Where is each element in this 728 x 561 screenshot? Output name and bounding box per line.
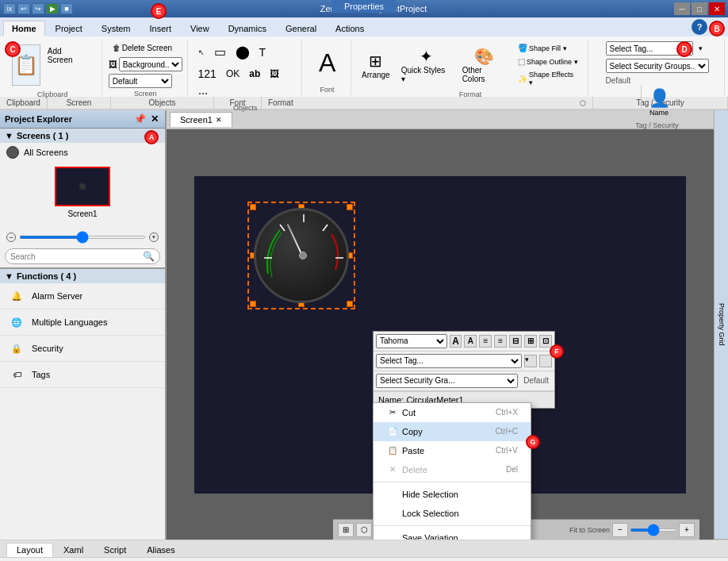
minimize-btn[interactable]: ─ xyxy=(674,2,690,15)
shape-fill-btn[interactable]: 🪣 Shape Fill ▾ xyxy=(514,41,583,55)
delete-screen-btn[interactable]: 🗑 Delete Screen xyxy=(109,41,176,55)
tab-insert[interactable]: Insert xyxy=(141,21,181,37)
quick-styles-btn[interactable]: ✦ Quick Styles ▾ xyxy=(397,44,455,86)
canvas-zoom-slider[interactable] xyxy=(630,528,677,532)
undo-btn[interactable]: ↩ xyxy=(17,3,30,14)
handle-br[interactable] xyxy=(347,301,353,307)
img-icon: 🖼 xyxy=(270,68,279,79)
function-security[interactable]: 🔒 Security xyxy=(0,336,165,362)
tab-home[interactable]: Home xyxy=(3,21,45,37)
font-align-center-btn[interactable]: ≡ xyxy=(494,335,507,348)
zoom-slider[interactable] xyxy=(19,236,146,239)
clipboard-btn[interactable]: 📋 Add Screen xyxy=(8,41,97,89)
zoom-in-icon[interactable]: + xyxy=(149,232,159,242)
run-btn[interactable]: ▶ xyxy=(46,3,59,14)
arrange-btn[interactable]: ⊞ Arrange xyxy=(358,48,394,83)
objects-btn4[interactable]: 121 xyxy=(194,64,220,83)
format-expand-btn[interactable]: ⬡ xyxy=(580,99,586,107)
font-btn[interactable]: A xyxy=(315,45,339,81)
handle-tl[interactable] xyxy=(250,204,256,210)
tab-general[interactable]: General xyxy=(277,21,325,37)
tag-select-btn[interactable]: ▾ xyxy=(695,43,707,54)
name-btn[interactable]: 👤 Name xyxy=(645,85,674,120)
screen1-tab[interactable]: Screen1 ✕ xyxy=(170,112,232,127)
redo-btn[interactable]: ↪ xyxy=(32,3,44,14)
all-screens-item[interactable]: All Screens xyxy=(0,143,165,162)
search-input[interactable] xyxy=(10,252,143,261)
ctx-hide[interactable]: Hide Selection xyxy=(374,485,531,504)
function-multiple-languages[interactable]: 🌐 Multiple Languages xyxy=(0,309,165,336)
gauge-selection-area[interactable] xyxy=(254,208,349,303)
project-explorer: Project Explorer 📌 ✕ ▼ Screens ( 1 ) A A… xyxy=(0,110,167,540)
function-alarm-server[interactable]: 🔔 Alarm Server xyxy=(0,283,165,309)
objects-btn7[interactable]: 🖼 xyxy=(266,65,283,83)
font-name-row: Tahoma A A ≡ ≡ ⊟ ⊞ ⊡ xyxy=(374,332,554,352)
font-security-select[interactable]: Select Security Gra... xyxy=(376,374,518,388)
ctx-save-variation[interactable]: Save Variation xyxy=(374,528,531,540)
font-size-btn[interactable]: A xyxy=(450,335,462,348)
ctx-cut[interactable]: ✂ Cut Ctrl+X xyxy=(374,403,531,422)
font-name-select[interactable]: Tahoma xyxy=(376,334,447,348)
zoom-out-icon[interactable]: − xyxy=(6,232,16,242)
close-panel-icon[interactable]: ✕ xyxy=(149,113,160,125)
handle-bl[interactable] xyxy=(250,301,256,307)
security-select[interactable]: Select Security Groups... xyxy=(606,59,709,73)
ctx-copy[interactable]: 📄 Copy Ctrl+C xyxy=(374,422,531,441)
function-tags[interactable]: 🏷 Tags xyxy=(0,362,165,388)
font-tag-select[interactable]: Select Tag... xyxy=(376,354,522,368)
shape-effects-btn[interactable]: ✨ Shape Effects ▾ xyxy=(514,68,583,89)
ctx-hide-left: Hide Selection xyxy=(386,489,458,500)
right-tab-property-grid[interactable]: Property Grid xyxy=(715,110,728,540)
pin-icon[interactable]: 📌 xyxy=(132,113,148,125)
ctx-lock[interactable]: Lock Selection xyxy=(374,504,531,523)
multiple-languages-label: Multiple Languages xyxy=(32,317,107,327)
stop-btn[interactable]: ■ xyxy=(60,3,73,14)
tab-dynamics[interactable]: Dynamics xyxy=(220,21,275,37)
handle-tr[interactable] xyxy=(347,204,353,210)
close-btn[interactable]: ✕ xyxy=(709,2,725,15)
font-align-right-btn[interactable]: ⊟ xyxy=(509,335,522,348)
app-icon[interactable]: ix xyxy=(3,3,16,14)
canvas-tab-bar: Screen1 ✕ xyxy=(167,110,714,129)
background-select[interactable]: Background... xyxy=(119,57,182,71)
font-tag-extra-btn[interactable] xyxy=(539,355,552,367)
canvas-btn2[interactable]: ⬡ xyxy=(356,523,372,537)
maximize-btn[interactable]: □ xyxy=(692,2,707,15)
font-tag-expand-btn[interactable]: ▾ xyxy=(524,355,537,367)
objects-btn3[interactable]: T xyxy=(255,43,270,62)
bottom-tab-xaml[interactable]: Xaml xyxy=(53,543,94,557)
shape-outline-btn[interactable]: ⬚ Shape Outline ▾ xyxy=(514,55,583,68)
other-colors-btn[interactable]: 🎨 Other Colors xyxy=(458,44,511,86)
bottom-tab-aliases[interactable]: Aliases xyxy=(136,543,185,557)
font-size-small-btn[interactable]: A xyxy=(464,335,477,348)
bottom-tab-script[interactable]: Script xyxy=(94,543,136,557)
default-select[interactable]: Default xyxy=(109,74,172,88)
tab-system[interactable]: System xyxy=(93,21,140,37)
help-btn[interactable]: ? xyxy=(692,19,707,35)
zoom-out-canvas-btn[interactable]: − xyxy=(612,523,628,537)
font-align-left-btn[interactable]: ≡ xyxy=(479,335,492,348)
pointer-btn[interactable]: ↖ xyxy=(194,45,209,60)
screens-section-header[interactable]: ▼ Screens ( 1 ) A xyxy=(0,129,165,143)
ctx-paste[interactable]: 📋 Paste Ctrl+V xyxy=(374,441,531,460)
zoom-in-canvas-btn[interactable]: + xyxy=(679,523,695,537)
font-grid-btn[interactable]: ⊞ xyxy=(524,335,537,348)
canvas-workspace[interactable]: Tahoma A A ≡ ≡ ⊟ ⊞ ⊡ Select Tag... xyxy=(194,176,686,494)
tab-project[interactable]: Project xyxy=(47,21,91,37)
add-screen-btn[interactable]: Add Screen xyxy=(44,44,93,67)
tab-actions[interactable]: Actions xyxy=(327,21,373,37)
objects-btn5[interactable]: OK xyxy=(222,65,243,83)
screen1-item[interactable]: Screen1 xyxy=(55,167,110,218)
objects-btn8[interactable]: ⋯ xyxy=(194,85,212,102)
objects-btn6[interactable]: ab xyxy=(245,65,264,83)
rect-icon: ▭ xyxy=(214,44,226,60)
objects-btn1[interactable]: ▭ xyxy=(210,41,230,63)
properties-tab[interactable]: Properties xyxy=(331,0,397,13)
bottom-tab-layout[interactable]: Layout xyxy=(6,543,53,557)
font-more-btn[interactable]: ⊡ xyxy=(539,335,552,348)
canvas-btn1[interactable]: ⊞ xyxy=(338,523,354,537)
functions-section-header[interactable]: ▼ Functions ( 4 ) xyxy=(0,269,165,283)
screen1-tab-close[interactable]: ✕ xyxy=(216,116,222,124)
objects-btn2[interactable]: ⬤ xyxy=(232,41,254,63)
tab-view[interactable]: View xyxy=(182,21,218,37)
